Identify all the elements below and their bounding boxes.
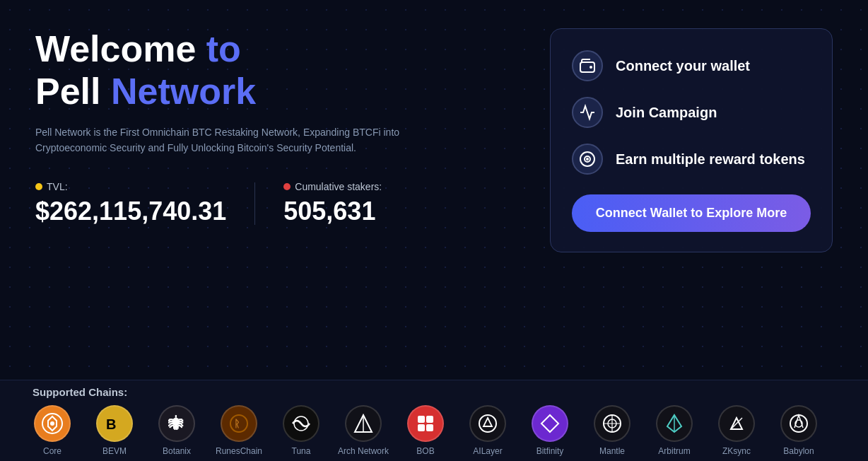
page-wrapper: Welcome to Pell Network Pell Network is … xyxy=(0,0,868,461)
welcome-text: Welcome xyxy=(35,28,206,69)
top-section: Welcome to Pell Network Pell Network is … xyxy=(0,0,868,380)
tvl-dot xyxy=(35,183,42,190)
network-text: Network xyxy=(111,71,256,112)
chain-name-arbitrum: Arbitrum xyxy=(658,446,690,456)
info-card: Connect your wallet Join Campaign xyxy=(550,28,833,252)
chain-logo-core xyxy=(34,405,71,442)
chain-logo-bitfinity xyxy=(532,405,568,442)
description-text: Pell Network is the First Omnichain BTC … xyxy=(35,124,403,156)
chains-section: Supported Chains: CoreBBEVM🕷BotanixᚱRune… xyxy=(0,380,868,461)
svg-point-29 xyxy=(790,415,807,432)
stats-row: TVL: $262,115,740.31 Cumulative stakers:… xyxy=(35,181,522,226)
svg-text:B: B xyxy=(106,416,116,432)
chain-name-core: Core xyxy=(43,446,61,456)
chains-header: Supported Chains: xyxy=(21,386,847,398)
svg-text:ᚱ: ᚱ xyxy=(234,418,240,429)
wallet-item: Connect your wallet xyxy=(572,50,811,81)
chain-item-arbitrum[interactable]: Arbitrum xyxy=(643,405,705,456)
chain-logo-bevm: B xyxy=(96,405,133,442)
stakers-value: 505,631 xyxy=(283,197,382,226)
supported-chains-text: Supported Chains: xyxy=(33,386,127,398)
chain-item-arch-network[interactable]: Arch Network xyxy=(332,405,394,456)
svg-point-4 xyxy=(587,158,588,160)
chain-name-bevm: BEVM xyxy=(102,446,127,456)
to-text: to xyxy=(206,28,241,69)
left-column: Welcome to Pell Network Pell Network is … xyxy=(35,28,522,366)
chains-row: CoreBBEVM🕷BotanixᚱRunesChainTunaArch Net… xyxy=(21,405,847,456)
chain-logo-tuna xyxy=(283,405,319,442)
svg-rect-17 xyxy=(418,424,425,431)
stats-divider xyxy=(254,182,255,225)
wallet-icon xyxy=(572,50,603,81)
campaign-item: Join Campaign xyxy=(572,97,811,128)
tvl-label-text: TVL: xyxy=(47,181,68,192)
svg-point-7 xyxy=(50,421,54,426)
svg-marker-20 xyxy=(483,418,492,426)
pell-text: Pell xyxy=(35,71,111,112)
chain-logo-arch-network xyxy=(345,405,382,442)
chain-item-mantle[interactable]: Mantle xyxy=(581,405,643,456)
tvl-stat: TVL: $262,115,740.31 xyxy=(35,181,226,226)
chain-name-ailayer: AILayer xyxy=(473,446,502,456)
chain-name-mantle: Mantle xyxy=(599,446,625,456)
svg-point-1 xyxy=(590,66,592,68)
chain-name-tuna: Tuna xyxy=(292,446,311,456)
reward-icon xyxy=(572,144,603,175)
chain-item-bevm[interactable]: BBEVM xyxy=(83,405,146,456)
stakers-label: Cumulative stakers: xyxy=(283,181,382,192)
svg-rect-15 xyxy=(418,416,425,423)
svg-rect-18 xyxy=(426,424,433,431)
chain-item-botanix[interactable]: 🕷Botanix xyxy=(146,405,208,456)
chain-item-bob[interactable]: BOB xyxy=(394,405,457,456)
reward-item: Earn multiple reward tokens xyxy=(572,144,811,175)
svg-marker-21 xyxy=(541,415,558,432)
chain-logo-mantle xyxy=(594,405,631,442)
chain-item-tuna[interactable]: Tuna xyxy=(270,405,332,456)
chain-name-bitfinity: Bitfinity xyxy=(536,446,564,456)
chain-logo-runeschain: ᚱ xyxy=(221,405,257,442)
campaign-item-text: Join Campaign xyxy=(616,105,717,121)
chain-logo-arbitrum xyxy=(656,405,693,442)
chain-name-zksync: ZKsync xyxy=(722,446,751,456)
chain-name-babylon: Babylon xyxy=(783,446,814,456)
chain-logo-botanix: 🕷 xyxy=(158,405,195,442)
chain-logo-ailayer xyxy=(469,405,506,442)
svg-line-28 xyxy=(731,418,742,429)
chain-item-core[interactable]: Core xyxy=(21,405,83,456)
chain-item-ailayer[interactable]: AILayer xyxy=(457,405,519,456)
chain-name-botanix: Botanix xyxy=(163,446,191,456)
tvl-label: TVL: xyxy=(35,181,226,192)
chain-item-runeschain[interactable]: ᚱRunesChain xyxy=(208,405,270,456)
chain-name-bob: BOB xyxy=(416,446,434,456)
reward-item-text: Earn multiple reward tokens xyxy=(616,151,805,168)
connect-wallet-button[interactable]: Connect Wallet to Explore More xyxy=(572,194,811,232)
chain-logo-bob xyxy=(407,405,444,442)
main-heading: Welcome to Pell Network xyxy=(35,28,522,113)
chain-logo-babylon xyxy=(780,405,817,442)
chain-item-zksync[interactable]: ZKsync xyxy=(705,405,768,456)
chain-item-bitfinity[interactable]: Bitfinity xyxy=(519,405,581,456)
supported-chains-label: Supported Chains: xyxy=(28,386,847,398)
right-column: Connect your wallet Join Campaign xyxy=(550,28,833,366)
chain-name-arch-network: Arch Network xyxy=(338,446,389,456)
chain-item-babylon[interactable]: Babylon xyxy=(768,405,830,456)
stakers-label-text: Cumulative stakers: xyxy=(295,181,382,192)
tvl-value: $262,115,740.31 xyxy=(35,197,226,226)
wallet-item-text: Connect your wallet xyxy=(616,58,750,74)
svg-rect-16 xyxy=(426,416,433,423)
svg-text:🕷: 🕷 xyxy=(168,415,184,433)
campaign-icon xyxy=(572,97,603,128)
stakers-stat: Cumulative stakers: 505,631 xyxy=(283,181,382,226)
stakers-dot xyxy=(283,183,291,190)
chain-name-runeschain: RunesChain xyxy=(216,446,262,456)
chain-logo-zksync xyxy=(718,405,755,442)
